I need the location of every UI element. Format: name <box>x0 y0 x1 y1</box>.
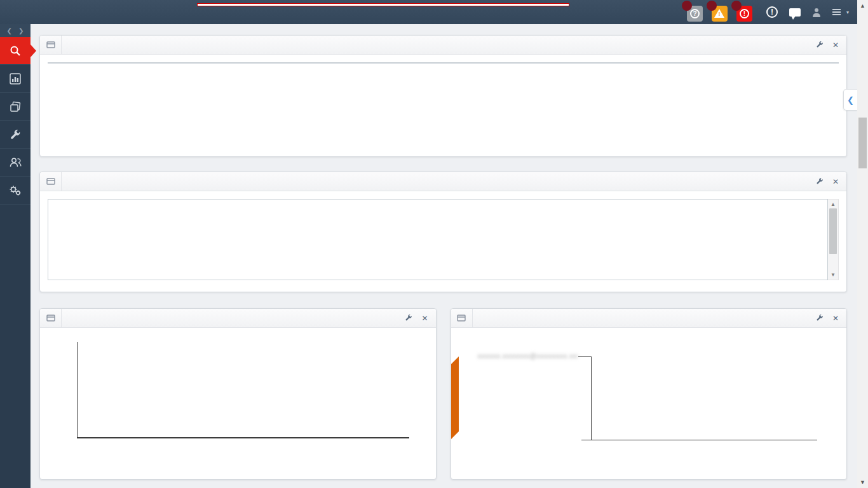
panel-mass-delete-header: ✕ <box>451 309 847 328</box>
panel-settings-wrench-icon[interactable] <box>816 41 824 50</box>
caret-down-icon: ▾ <box>846 10 849 15</box>
menu-icon[interactable] <box>832 9 841 15</box>
unknown-alerts-button[interactable]: ? <box>687 6 703 22</box>
user-icon <box>812 8 821 17</box>
warning-triangle-icon: ! <box>714 9 724 18</box>
search-icon <box>9 44 22 57</box>
scroll-down-icon[interactable]: ▼ <box>828 272 838 278</box>
pages-icon <box>10 101 21 112</box>
panel-risky-mail-header: ✕ <box>40 172 846 191</box>
question-icon: ? <box>690 9 700 18</box>
hourly-logs-chart <box>40 328 436 479</box>
users-icon <box>10 157 22 168</box>
right-panel-collapse-tab[interactable]: ❮ <box>843 89 857 111</box>
alert-banner[interactable] <box>197 3 569 6</box>
exclamation-icon: ! <box>740 9 749 18</box>
critical-count-badge <box>731 1 742 11</box>
browser-scrollbar: ▲ ▼ <box>857 0 868 488</box>
panel-settings-wrench-icon[interactable] <box>405 314 412 323</box>
panel-shared-files: ✕ <box>39 35 847 157</box>
unknown-count-badge <box>682 1 692 11</box>
widget-icon <box>40 36 62 54</box>
wrench-icon <box>10 129 21 140</box>
user-menu[interactable]: ▾ <box>812 8 849 17</box>
panel-hourly-logs-header: ✕ <box>40 309 436 328</box>
sidebar-item-tools[interactable] <box>0 121 31 149</box>
chevron-left-icon[interactable]: ❮ <box>7 27 12 34</box>
hourly-chart-plot <box>77 342 409 437</box>
notification-group: ? ! ! <box>687 3 752 22</box>
table-scrollbar: ▲ ▼ <box>828 199 839 280</box>
panel-close-icon[interactable]: ✕ <box>832 315 839 322</box>
panel-risky-mail: ✕ ▲ ▼ <box>39 172 847 292</box>
critical-alerts-button[interactable]: ! <box>736 6 752 22</box>
panel-close-icon[interactable]: ✕ <box>832 41 839 49</box>
bar-chart-icon <box>10 73 21 85</box>
info-alert-icon[interactable]: ! <box>766 6 778 18</box>
sidebar-item-reports[interactable] <box>0 93 31 121</box>
scroll-up-icon[interactable]: ▲ <box>828 201 838 207</box>
scrollbar-thumb[interactable] <box>858 118 867 168</box>
sidebar-item-charts[interactable] <box>0 65 31 93</box>
panel-mass-delete: ✕ xxxxxx.xxxxxxx@xxxxxxxx.xxx <box>451 308 848 480</box>
widget-icon <box>40 172 62 191</box>
mass-delete-chart: xxxxxx.xxxxxxx@xxxxxxxx.xxx <box>451 328 847 479</box>
chart-category-label: xxxxxx.xxxxxxx@xxxxxxxx.xxx <box>478 351 578 362</box>
gears-icon <box>9 185 22 196</box>
panel-close-icon[interactable]: ✕ <box>832 178 839 186</box>
sidebar: ❮ ❯ <box>0 24 31 488</box>
chat-icon[interactable] <box>789 8 801 17</box>
chevron-right-icon[interactable]: ❯ <box>18 27 24 34</box>
sidebar-item-settings[interactable] <box>0 177 31 205</box>
panel-settings-wrench-icon[interactable] <box>816 177 824 186</box>
panel-close-icon[interactable]: ✕ <box>421 315 428 322</box>
scrollbar-thumb[interactable] <box>829 208 837 254</box>
main-content: ✕ <box>31 24 857 488</box>
sidebar-item-search[interactable] <box>0 37 31 65</box>
alert-ellipsis <box>200 5 566 6</box>
scroll-up-icon[interactable]: ▲ <box>857 3 868 9</box>
bar-3d-side-face <box>451 356 459 439</box>
warning-alerts-button[interactable]: ! <box>712 6 728 22</box>
widget-icon <box>451 309 473 327</box>
scroll-down-icon[interactable]: ▼ <box>857 479 868 485</box>
panel-shared-files-header: ✕ <box>40 36 846 55</box>
sidebar-collapse-controls[interactable]: ❮ ❯ <box>0 24 31 37</box>
panel-settings-wrench-icon[interactable] <box>816 314 824 323</box>
top-bar: ? ! ! ! ▾ <box>0 0 868 24</box>
sidebar-item-users[interactable] <box>0 149 31 177</box>
panel-hourly-logs: ✕ <box>39 308 437 480</box>
hourly-chart-x-axis <box>77 438 409 452</box>
widget-icon <box>40 309 62 327</box>
warning-count-badge <box>707 1 717 11</box>
